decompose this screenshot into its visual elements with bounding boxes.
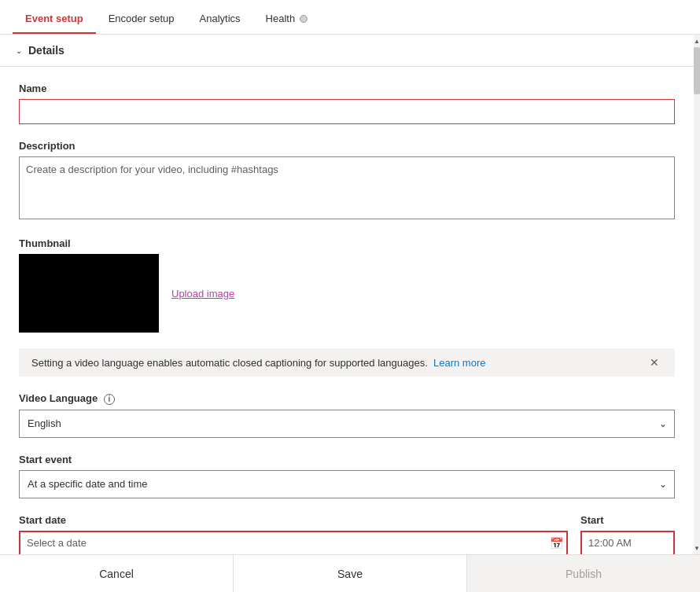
learn-more-link[interactable]: Learn more [433, 357, 485, 369]
tab-event-setup[interactable]: Event setup [13, 4, 96, 34]
start-date-field: Start date 📅 [19, 514, 568, 555]
thumbnail-field-group: Thumbnail Upload image [19, 237, 675, 333]
video-language-select-wrapper: English Spanish French German Japanese C… [19, 410, 675, 438]
start-date-label: Start date [19, 514, 568, 526]
upload-image-link[interactable]: Upload image [171, 288, 234, 300]
form-area: ⌄ Details Name Description Thumbnail Upl… [0, 35, 694, 554]
name-field-group: Name [19, 83, 675, 124]
main-content: ⌄ Details Name Description Thumbnail Upl… [0, 35, 700, 554]
start-event-field-group: Start event At a specific date and time … [19, 454, 675, 498]
save-button[interactable]: Save [234, 555, 467, 592]
info-banner-text: Setting a video language enables automat… [31, 357, 640, 369]
start-event-select[interactable]: At a specific date and time Immediately … [19, 470, 675, 498]
details-section-title: Details [28, 44, 64, 57]
description-input[interactable] [19, 156, 675, 219]
scrollbar-up-arrow[interactable]: ▲ [694, 35, 700, 47]
name-label: Name [19, 83, 675, 94]
start-time-field: Start [580, 514, 675, 555]
chevron-down-icon: ⌄ [16, 46, 22, 55]
start-time-input[interactable] [580, 531, 675, 555]
date-time-row: Start date 📅 Start [19, 514, 675, 555]
bottom-toolbar: Cancel Save Publish [0, 554, 700, 592]
scrollbar-thumb-area [694, 47, 700, 542]
start-event-label: Start event [19, 454, 675, 465]
details-section-header[interactable]: ⌄ Details [0, 35, 694, 67]
tab-analytics[interactable]: Analytics [187, 4, 253, 34]
description-label: Description [19, 140, 675, 152]
start-date-input[interactable] [19, 531, 568, 555]
scrollbar-thumb[interactable] [694, 47, 700, 94]
description-field-group: Description [19, 140, 675, 222]
start-event-select-wrapper: At a specific date and time Immediately … [19, 470, 675, 498]
name-input[interactable] [19, 99, 675, 124]
info-banner: Setting a video language enables automat… [19, 348, 675, 377]
video-language-select[interactable]: English Spanish French German Japanese C… [19, 410, 675, 438]
date-input-wrapper: 📅 [19, 531, 568, 555]
scrollbar[interactable]: ▲ ▼ [694, 35, 700, 554]
thumbnail-preview [19, 254, 159, 333]
scrollbar-down-arrow[interactable]: ▼ [694, 542, 700, 554]
video-language-label: Video Language i [19, 392, 675, 405]
health-status-dot [300, 15, 308, 23]
publish-button[interactable]: Publish [467, 555, 700, 592]
video-language-info-icon[interactable]: i [104, 394, 115, 405]
calendar-icon[interactable]: 📅 [550, 537, 563, 550]
thumbnail-container: Upload image [19, 254, 675, 333]
tab-encoder-setup[interactable]: Encoder setup [96, 4, 187, 34]
close-banner-button[interactable]: ✕ [647, 356, 662, 369]
cancel-button[interactable]: Cancel [0, 555, 234, 592]
thumbnail-label: Thumbnail [19, 237, 675, 249]
start-time-label: Start [580, 514, 675, 526]
details-form-content: Name Description Thumbnail Upload image … [0, 67, 694, 554]
tab-health[interactable]: Health [253, 5, 321, 34]
video-language-field-group: Video Language i English Spanish French … [19, 392, 675, 438]
tab-bar: Event setup Encoder setup Analytics Heal… [0, 0, 700, 35]
